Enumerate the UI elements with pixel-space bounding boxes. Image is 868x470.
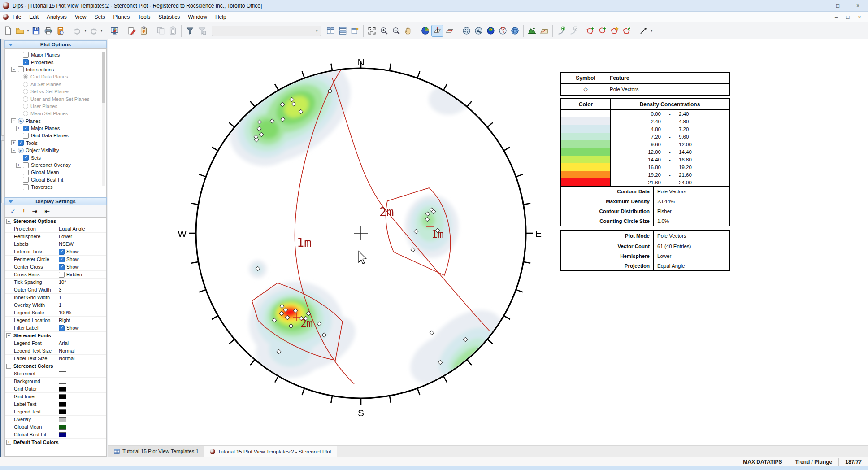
display-settings-header[interactable]: Display Settings: [4, 197, 107, 205]
tree-item-object-visibility[interactable]: −▶Object Visibility: [5, 147, 106, 154]
checkbox[interactable]: [23, 155, 29, 161]
outer-grid-width-value[interactable]: 3: [56, 287, 106, 292]
scatter-plot-button[interactable]: [460, 25, 473, 37]
checkbox[interactable]: [23, 162, 29, 168]
tree-item-mean-set-planes[interactable]: Mean Set Planes: [5, 110, 106, 117]
section-stereonet-colors[interactable]: −Stereonet Colors: [5, 362, 106, 370]
report-generator-button[interactable]: [54, 25, 66, 37]
tree-item-planes[interactable]: −▶Planes: [5, 118, 106, 125]
filter-query-button[interactable]: [196, 25, 208, 37]
tree-item-set-vs-set-planes[interactable]: Set vs Set Planes: [5, 88, 106, 95]
inner-grid-width-value[interactable]: 1: [56, 295, 106, 300]
collapse-expander-icon[interactable]: −: [11, 118, 16, 123]
label-text-size-value[interactable]: Normal: [56, 356, 106, 361]
kinematic-analysis-button[interactable]: [538, 25, 550, 37]
plot-options-header[interactable]: Plot Options: [4, 40, 107, 48]
close-button[interactable]: ×: [848, 0, 868, 12]
export-settings-button[interactable]: ⇥: [32, 208, 37, 214]
pan-button[interactable]: [402, 25, 414, 37]
color-swatch[interactable]: [59, 394, 66, 399]
symbol-plot-button[interactable]: [473, 25, 485, 37]
presentation-mode-button[interactable]: [108, 25, 121, 37]
undo-button[interactable]: [71, 25, 83, 37]
checkbox[interactable]: [23, 126, 29, 131]
tree-scrollbar[interactable]: [102, 52, 105, 186]
zoom-in-button[interactable]: [378, 25, 390, 37]
open-dropdown-caret[interactable]: ▾: [26, 29, 30, 33]
filter-label-value[interactable]: Show: [56, 325, 106, 331]
menu-file[interactable]: File: [9, 13, 25, 22]
new-window-button[interactable]: [349, 25, 361, 37]
color-swatch[interactable]: [59, 371, 66, 376]
tree-item-grid-data-planes-2[interactable]: Grid Data Planes: [5, 132, 106, 139]
arrow-button-icon[interactable]: ▶: [18, 118, 24, 124]
color-swatch[interactable]: [59, 402, 66, 407]
projection-value[interactable]: Equal Angle: [56, 226, 106, 231]
radio[interactable]: [23, 104, 28, 109]
edit-data-button[interactable]: [126, 25, 138, 37]
expand-expander-icon[interactable]: +: [16, 126, 21, 131]
tree-item-traverses[interactable]: Traverses: [5, 183, 106, 191]
checkbox[interactable]: [23, 59, 29, 65]
mdi-minimize-button[interactable]: –: [830, 14, 842, 20]
radio[interactable]: [23, 111, 28, 116]
tab-stereonet-plot[interactable]: Tutorial 15 Plot View Templates:2 - Ster…: [204, 446, 337, 457]
copy-button[interactable]: [155, 25, 167, 37]
radio[interactable]: [23, 89, 28, 94]
set-visibility-button[interactable]: [621, 25, 633, 37]
print-button[interactable]: [42, 25, 54, 37]
color-swatch[interactable]: [59, 417, 66, 422]
paste-button[interactable]: [167, 25, 179, 37]
contour-overlay-button[interactable]: [485, 25, 497, 37]
overlay-width-value[interactable]: 1: [56, 302, 106, 308]
collapse-expander-icon[interactable]: −: [11, 148, 16, 153]
tree-item-grid-data-planes[interactable]: Grid Data Planes: [5, 73, 106, 80]
apply-warning-button[interactable]: !: [23, 208, 25, 214]
section-stereonet-options[interactable]: −Stereonet Options: [5, 218, 106, 225]
stereonet-plot[interactable]: 1m 2m 1m 2m N S W E: [108, 39, 868, 445]
checkbox[interactable]: [23, 133, 29, 139]
checkbox[interactable]: [59, 257, 65, 262]
paste-append-button[interactable]: [138, 25, 150, 37]
checkbox[interactable]: [23, 177, 29, 183]
new-file-button[interactable]: [2, 25, 14, 37]
zoom-out-button[interactable]: [390, 25, 402, 37]
color-swatch[interactable]: [59, 387, 66, 392]
color-swatch[interactable]: [59, 379, 66, 384]
measure-dropdown-caret[interactable]: ▾: [650, 29, 654, 33]
tree-item-user-planes[interactable]: User Planes: [5, 103, 106, 110]
mdi-close-button[interactable]: ×: [854, 14, 865, 20]
collapse-expander-icon[interactable]: −: [11, 67, 16, 72]
menu-help[interactable]: Help: [211, 13, 230, 22]
checkbox[interactable]: [18, 140, 24, 146]
measure-angle-button[interactable]: [638, 25, 650, 37]
stereonet-3d-button[interactable]: [509, 25, 521, 37]
checkbox[interactable]: [59, 272, 65, 278]
filter-data-button[interactable]: [184, 25, 196, 37]
tree-item-stereonet-overlay[interactable]: +Stereonet Overlay: [5, 161, 106, 169]
radio[interactable]: [23, 82, 28, 87]
menu-window[interactable]: Window: [184, 13, 211, 22]
menu-view[interactable]: View: [71, 13, 91, 22]
edit-plane-button[interactable]: [567, 25, 579, 37]
tree-item-properties[interactable]: Properties: [5, 58, 106, 65]
tick-spacing-value[interactable]: 10°: [56, 279, 106, 285]
checkbox[interactable]: [59, 325, 65, 331]
checkbox[interactable]: [23, 170, 29, 175]
menu-sets[interactable]: Sets: [91, 13, 109, 22]
checkbox[interactable]: [59, 264, 65, 270]
expand-expander-icon[interactable]: +: [11, 140, 16, 145]
redo-button[interactable]: [87, 25, 100, 37]
checkbox[interactable]: [59, 249, 65, 255]
perimeter-circle-value[interactable]: Show: [56, 257, 106, 262]
expand-expander-icon[interactable]: +: [16, 163, 21, 168]
checkbox[interactable]: [23, 52, 29, 58]
exterior-ticks-value[interactable]: Show: [56, 249, 106, 255]
tree-item-global-mean[interactable]: Global Mean: [5, 169, 106, 176]
color-swatch[interactable]: [59, 425, 66, 430]
major-planes-plot-button[interactable]: [443, 25, 456, 37]
legend-text-size-value[interactable]: Normal: [56, 348, 106, 353]
color-swatch[interactable]: [59, 409, 66, 414]
checkbox[interactable]: [18, 66, 24, 72]
legend-font-value[interactable]: Arial: [56, 340, 106, 346]
